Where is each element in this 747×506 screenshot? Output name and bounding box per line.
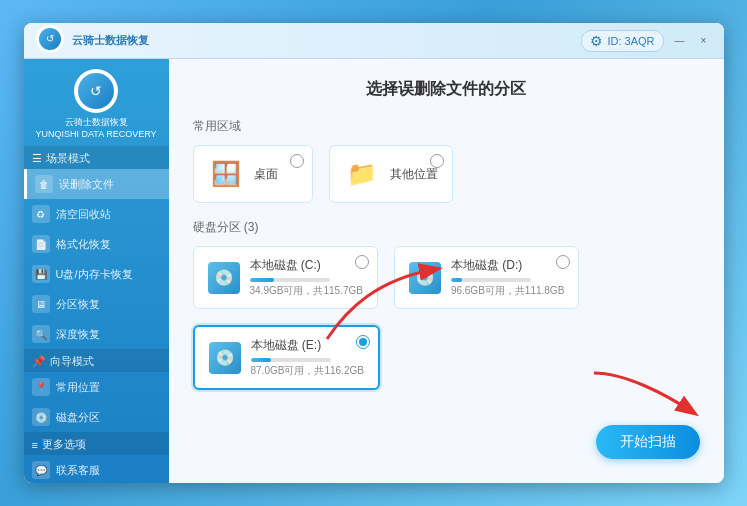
minimize-button[interactable]: —: [672, 33, 688, 49]
c-drive-icon: 💿: [208, 262, 240, 294]
sidebar-item-contact-service[interactable]: 💬 联系客服: [24, 455, 169, 483]
sidebar-item-label: 清空回收站: [56, 207, 111, 222]
sidebar-logo-circle: ↺: [74, 69, 118, 113]
c-drive-progress: [250, 278, 330, 282]
titlebar: ↺ 云骑士数据恢复 ⚙ ID: 3AQR — ×: [24, 23, 724, 59]
sidebar-item-label: 分区恢复: [56, 297, 100, 312]
e-drive-card[interactable]: 💿 本地磁盘 (E:) 87.0GB可用，共116.2GB: [193, 325, 380, 390]
recycle-bin-icon: ♻: [32, 205, 50, 223]
d-drive-icon: 💿: [409, 262, 441, 294]
sd-card-icon: 💾: [32, 265, 50, 283]
sidebar: ↺ 云骑士数据恢复YUNQISHI DATA RECOVERY ☰ 场景模式 🗑…: [24, 59, 169, 483]
sidebar-item-formatted[interactable]: 📄 格式化恢复: [24, 229, 169, 259]
sidebar-item-label: U盘/内存卡恢复: [56, 267, 133, 282]
main-content: 选择误删除文件的分区 常用区域 🪟 桌面 📁 其他位置 硬盘分区 (3): [169, 59, 724, 483]
location-icon: 📍: [32, 378, 50, 396]
more-options-section: ≡ 更多选项: [24, 432, 169, 455]
app-logo-inner: ↺: [39, 28, 61, 50]
sidebar-item-deep-recovery[interactable]: 🔍 深度恢复: [24, 319, 169, 349]
titlebar-left: ↺ 云骑士数据恢复: [36, 25, 149, 57]
sidebar-item-label: 常用位置: [56, 380, 100, 395]
scenario-mode-icon: ☰: [32, 152, 42, 165]
more-options-icon: ≡: [32, 439, 38, 451]
main-title: 选择误删除文件的分区: [193, 79, 700, 100]
body: ↺ 云骑士数据恢复YUNQISHI DATA RECOVERY ☰ 场景模式 🗑…: [24, 59, 724, 483]
close-button[interactable]: ×: [696, 33, 712, 49]
sidebar-item-sd-card[interactable]: 💾 U盘/内存卡恢复: [24, 259, 169, 289]
desktop-radio[interactable]: [290, 154, 304, 168]
c-drive-radio[interactable]: [355, 255, 369, 269]
sidebar-item-disk-partition[interactable]: 💿 磁盘分区: [24, 402, 169, 432]
other-location-radio[interactable]: [430, 154, 444, 168]
e-drive-radio[interactable]: [356, 335, 370, 349]
d-drive-label: 本地磁盘 (D:): [451, 257, 564, 274]
disk-section-label: 硬盘分区 (3): [193, 219, 700, 236]
guide-mode-section: 📌 向导模式: [24, 349, 169, 372]
e-drive-space: 87.0GB可用，共116.2GB: [251, 364, 364, 378]
common-cards-row: 🪟 桌面 📁 其他位置: [193, 145, 700, 203]
sidebar-item-common-location[interactable]: 📍 常用位置: [24, 372, 169, 402]
d-drive-radio[interactable]: [556, 255, 570, 269]
id-badge: ⚙ ID: 3AQR: [581, 30, 663, 52]
sidebar-item-label: 格式化恢复: [56, 237, 111, 252]
format-icon: 📄: [32, 235, 50, 253]
folder-icon: 📁: [344, 156, 380, 192]
desktop-label: 桌面: [254, 166, 278, 183]
c-drive-info: 本地磁盘 (C:) 34.9GB可用，共115.7GB: [250, 257, 363, 298]
d-drive-progress: [451, 278, 531, 282]
sidebar-logo-text: 云骑士数据恢复YUNQISHI DATA RECOVERY: [35, 117, 156, 140]
service-icon: 💬: [32, 461, 50, 479]
sidebar-item-deleted-file[interactable]: 🗑 误删除文件: [24, 169, 169, 199]
d-drive-card[interactable]: 💿 本地磁盘 (D:) 96.6GB可用，共111.8GB: [394, 246, 579, 309]
desktop-card[interactable]: 🪟 桌面: [193, 145, 313, 203]
sidebar-item-label: 深度恢复: [56, 327, 100, 342]
e-drive-icon: 💿: [209, 342, 241, 374]
sidebar-item-label: 误删除文件: [59, 177, 114, 192]
deleted-file-icon: 🗑: [35, 175, 53, 193]
e-drive-info: 本地磁盘 (E:) 87.0GB可用，共116.2GB: [251, 337, 364, 378]
common-section-label: 常用区域: [193, 118, 700, 135]
titlebar-right: ⚙ ID: 3AQR — ×: [581, 30, 711, 52]
e-drive-row: 💿 本地磁盘 (E:) 87.0GB可用，共116.2GB: [193, 325, 700, 390]
other-location-card[interactable]: 📁 其他位置: [329, 145, 453, 203]
scenario-mode-label: 场景模式: [46, 151, 90, 166]
d-drive-info: 本地磁盘 (D:) 96.6GB可用，共111.8GB: [451, 257, 564, 298]
c-drive-card[interactable]: 💿 本地磁盘 (C:) 34.9GB可用，共115.7GB: [193, 246, 378, 309]
sidebar-logo: ↺ 云骑士数据恢复YUNQISHI DATA RECOVERY: [24, 59, 169, 146]
sidebar-logo-inner: ↺: [78, 73, 114, 109]
sidebar-item-recycle-bin[interactable]: ♻ 清空回收站: [24, 199, 169, 229]
deep-recovery-icon: 🔍: [32, 325, 50, 343]
c-drive-label: 本地磁盘 (C:): [250, 257, 363, 274]
app-title: 云骑士数据恢复: [72, 33, 149, 48]
disk-partition-icon: 💿: [32, 408, 50, 426]
main-window: ↺ 云骑士数据恢复 ⚙ ID: 3AQR — × ↺ 云骑士数据恢复YUNQIS…: [24, 23, 724, 483]
guide-mode-icon: 📌: [32, 355, 46, 368]
c-drive-fill: [250, 278, 274, 282]
desktop-icon: 🪟: [208, 156, 244, 192]
e-drive-fill: [251, 358, 271, 362]
more-options-label: 更多选项: [42, 437, 86, 452]
other-location-label: 其他位置: [390, 166, 438, 183]
e-drive-progress: [251, 358, 331, 362]
scenario-mode-section: ☰ 场景模式: [24, 146, 169, 169]
d-drive-space: 96.6GB可用，共111.8GB: [451, 284, 564, 298]
sidebar-item-label: 磁盘分区: [56, 410, 100, 425]
sidebar-item-partition-recovery[interactable]: 🖥 分区恢复: [24, 289, 169, 319]
guide-mode-label: 向导模式: [50, 354, 94, 369]
d-drive-fill: [451, 278, 462, 282]
disk-cards-row: 💿 本地磁盘 (C:) 34.9GB可用，共115.7GB 💿: [193, 246, 700, 309]
start-scan-button[interactable]: 开始扫描: [596, 425, 700, 459]
e-drive-label: 本地磁盘 (E:): [251, 337, 364, 354]
partition-icon: 🖥: [32, 295, 50, 313]
c-drive-space: 34.9GB可用，共115.7GB: [250, 284, 363, 298]
id-text: ID: 3AQR: [607, 35, 654, 47]
app-logo: ↺: [36, 25, 64, 53]
sidebar-item-label: 联系客服: [56, 463, 100, 478]
